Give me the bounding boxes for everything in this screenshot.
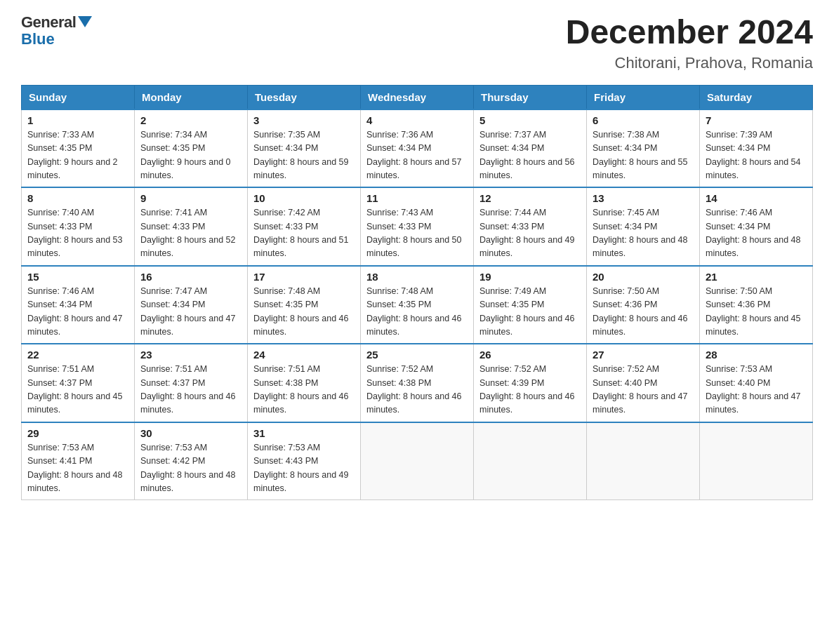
calendar-header-tuesday: Tuesday (248, 85, 361, 109)
logo-triangle-icon (78, 16, 92, 27)
logo: General Blue (21, 14, 92, 48)
calendar-header-thursday: Thursday (474, 85, 587, 109)
calendar-week-row: 8 Sunrise: 7:40 AMSunset: 4:33 PMDayligh… (22, 187, 813, 266)
calendar-day-cell: 14 Sunrise: 7:46 AMSunset: 4:34 PMDaylig… (700, 187, 813, 266)
calendar-day-cell: 28 Sunrise: 7:53 AMSunset: 4:40 PMDaylig… (700, 344, 813, 422)
day-number: 18 (366, 271, 468, 283)
calendar-day-cell: 21 Sunrise: 7:50 AMSunset: 4:36 PMDaylig… (700, 266, 813, 344)
day-number: 28 (706, 349, 807, 361)
calendar-day-cell (361, 422, 474, 500)
day-number: 21 (706, 271, 807, 283)
calendar-day-cell (474, 422, 587, 500)
day-number: 29 (27, 427, 128, 439)
day-info: Sunrise: 7:46 AMSunset: 4:34 PMDaylight:… (706, 206, 807, 261)
day-info: Sunrise: 7:51 AMSunset: 4:37 PMDaylight:… (27, 363, 128, 417)
day-info: Sunrise: 7:49 AMSunset: 4:35 PMDaylight:… (479, 285, 581, 340)
calendar-table: SundayMondayTuesdayWednesdayThursdayFrid… (21, 85, 813, 501)
day-number: 10 (253, 192, 355, 204)
day-info: Sunrise: 7:53 AMSunset: 4:43 PMDaylight:… (253, 441, 355, 496)
day-info: Sunrise: 7:53 AMSunset: 4:40 PMDaylight:… (706, 363, 807, 417)
day-info: Sunrise: 7:48 AMSunset: 4:35 PMDaylight:… (253, 285, 355, 340)
calendar-header-sunday: Sunday (22, 85, 135, 109)
day-info: Sunrise: 7:39 AMSunset: 4:34 PMDaylight:… (706, 128, 807, 183)
calendar-day-cell: 7 Sunrise: 7:39 AMSunset: 4:34 PMDayligh… (700, 109, 813, 188)
page-header: General Blue December 2024 Chitorani, Pr… (21, 14, 813, 72)
day-info: Sunrise: 7:41 AMSunset: 4:33 PMDaylight:… (140, 206, 241, 261)
day-info: Sunrise: 7:48 AMSunset: 4:35 PMDaylight:… (366, 285, 468, 340)
calendar-header-friday: Friday (587, 85, 700, 109)
day-number: 14 (706, 192, 807, 204)
calendar-day-cell: 19 Sunrise: 7:49 AMSunset: 4:35 PMDaylig… (474, 266, 587, 344)
day-number: 12 (479, 192, 581, 204)
calendar-day-cell: 24 Sunrise: 7:51 AMSunset: 4:38 PMDaylig… (248, 344, 361, 422)
day-info: Sunrise: 7:53 AMSunset: 4:41 PMDaylight:… (27, 441, 128, 496)
day-info: Sunrise: 7:43 AMSunset: 4:33 PMDaylight:… (366, 206, 468, 261)
day-number: 13 (593, 192, 694, 204)
day-info: Sunrise: 7:50 AMSunset: 4:36 PMDaylight:… (706, 285, 807, 340)
calendar-day-cell: 26 Sunrise: 7:52 AMSunset: 4:39 PMDaylig… (474, 344, 587, 422)
day-info: Sunrise: 7:42 AMSunset: 4:33 PMDaylight:… (253, 206, 355, 261)
calendar-day-cell: 31 Sunrise: 7:53 AMSunset: 4:43 PMDaylig… (248, 422, 361, 500)
day-info: Sunrise: 7:53 AMSunset: 4:42 PMDaylight:… (140, 441, 241, 496)
day-info: Sunrise: 7:46 AMSunset: 4:34 PMDaylight:… (27, 285, 128, 340)
calendar-day-cell: 29 Sunrise: 7:53 AMSunset: 4:41 PMDaylig… (22, 422, 135, 500)
calendar-week-row: 1 Sunrise: 7:33 AMSunset: 4:35 PMDayligh… (22, 109, 813, 188)
calendar-day-cell: 15 Sunrise: 7:46 AMSunset: 4:34 PMDaylig… (22, 266, 135, 344)
calendar-day-cell: 20 Sunrise: 7:50 AMSunset: 4:36 PMDaylig… (587, 266, 700, 344)
calendar-header-monday: Monday (135, 85, 248, 109)
day-number: 19 (479, 271, 581, 283)
day-number: 15 (27, 271, 128, 283)
day-number: 5 (479, 114, 581, 126)
day-number: 4 (366, 114, 468, 126)
calendar-day-cell: 17 Sunrise: 7:48 AMSunset: 4:35 PMDaylig… (248, 266, 361, 344)
day-number: 25 (366, 349, 468, 361)
day-info: Sunrise: 7:33 AMSunset: 4:35 PMDaylight:… (27, 128, 128, 183)
calendar-day-cell: 13 Sunrise: 7:45 AMSunset: 4:34 PMDaylig… (587, 187, 700, 266)
calendar-day-cell: 3 Sunrise: 7:35 AMSunset: 4:34 PMDayligh… (248, 109, 361, 188)
calendar-week-row: 15 Sunrise: 7:46 AMSunset: 4:34 PMDaylig… (22, 266, 813, 344)
title-block: December 2024 Chitorani, Prahova, Romani… (566, 14, 813, 72)
day-info: Sunrise: 7:50 AMSunset: 4:36 PMDaylight:… (593, 285, 694, 340)
calendar-day-cell: 2 Sunrise: 7:34 AMSunset: 4:35 PMDayligh… (135, 109, 248, 188)
day-info: Sunrise: 7:44 AMSunset: 4:33 PMDaylight:… (479, 206, 581, 261)
day-number: 1 (27, 114, 128, 126)
calendar-day-cell: 10 Sunrise: 7:42 AMSunset: 4:33 PMDaylig… (248, 187, 361, 266)
day-info: Sunrise: 7:40 AMSunset: 4:33 PMDaylight:… (27, 206, 128, 261)
day-number: 26 (479, 349, 581, 361)
day-info: Sunrise: 7:45 AMSunset: 4:34 PMDaylight:… (593, 206, 694, 261)
logo-general-text: General (21, 14, 76, 31)
calendar-day-cell: 8 Sunrise: 7:40 AMSunset: 4:33 PMDayligh… (22, 187, 135, 266)
page-subtitle: Chitorani, Prahova, Romania (566, 54, 813, 72)
calendar-day-cell: 5 Sunrise: 7:37 AMSunset: 4:34 PMDayligh… (474, 109, 587, 188)
calendar-day-cell (587, 422, 700, 500)
day-info: Sunrise: 7:52 AMSunset: 4:39 PMDaylight:… (479, 363, 581, 417)
calendar-week-row: 29 Sunrise: 7:53 AMSunset: 4:41 PMDaylig… (22, 422, 813, 500)
calendar-day-cell: 1 Sunrise: 7:33 AMSunset: 4:35 PMDayligh… (22, 109, 135, 188)
day-number: 8 (27, 192, 128, 204)
calendar-day-cell: 25 Sunrise: 7:52 AMSunset: 4:38 PMDaylig… (361, 344, 474, 422)
day-number: 20 (593, 271, 694, 283)
calendar-header-row: SundayMondayTuesdayWednesdayThursdayFrid… (22, 85, 813, 109)
calendar-day-cell: 6 Sunrise: 7:38 AMSunset: 4:34 PMDayligh… (587, 109, 700, 188)
day-info: Sunrise: 7:47 AMSunset: 4:34 PMDaylight:… (140, 285, 241, 340)
day-number: 22 (27, 349, 128, 361)
day-number: 16 (140, 271, 241, 283)
day-number: 30 (140, 427, 241, 439)
day-number: 2 (140, 114, 241, 126)
day-number: 7 (706, 114, 807, 126)
day-number: 3 (253, 114, 355, 126)
day-number: 17 (253, 271, 355, 283)
calendar-day-cell: 18 Sunrise: 7:48 AMSunset: 4:35 PMDaylig… (361, 266, 474, 344)
calendar-day-cell: 30 Sunrise: 7:53 AMSunset: 4:42 PMDaylig… (135, 422, 248, 500)
calendar-day-cell: 9 Sunrise: 7:41 AMSunset: 4:33 PMDayligh… (135, 187, 248, 266)
calendar-day-cell: 12 Sunrise: 7:44 AMSunset: 4:33 PMDaylig… (474, 187, 587, 266)
calendar-day-cell: 16 Sunrise: 7:47 AMSunset: 4:34 PMDaylig… (135, 266, 248, 344)
day-info: Sunrise: 7:51 AMSunset: 4:37 PMDaylight:… (140, 363, 241, 417)
day-number: 27 (593, 349, 694, 361)
page-title: December 2024 (566, 14, 813, 51)
day-number: 23 (140, 349, 241, 361)
calendar-day-cell: 4 Sunrise: 7:36 AMSunset: 4:34 PMDayligh… (361, 109, 474, 188)
calendar-header-wednesday: Wednesday (361, 85, 474, 109)
calendar-day-cell (700, 422, 813, 500)
day-info: Sunrise: 7:52 AMSunset: 4:40 PMDaylight:… (593, 363, 694, 417)
